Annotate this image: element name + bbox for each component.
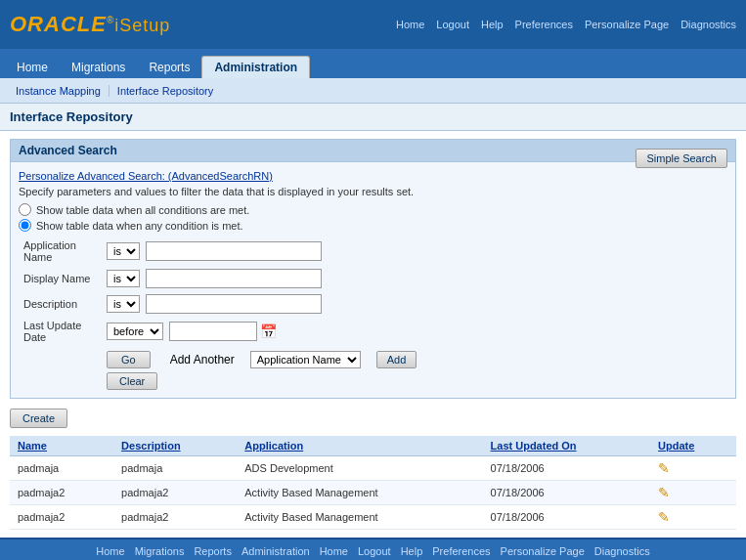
footer-personalize-link[interactable]: Personalize Page: [501, 545, 585, 557]
table-body: padmaja padmaja ADS Development 07/18/20…: [10, 456, 736, 530]
header-nav: Home Logout Help Preferences Personalize…: [396, 19, 736, 30]
registered-mark: ®: [107, 15, 114, 25]
subnav-interface-repository[interactable]: Interface Repository: [110, 85, 221, 97]
edit-icon[interactable]: ✎: [658, 460, 670, 476]
search-box-body: Simple Search Personalize Advanced Searc…: [11, 162, 735, 398]
description-operator[interactable]: is: [107, 295, 140, 313]
header-logout-link[interactable]: Logout: [436, 19, 469, 30]
logo: ORACLE®iSetup: [10, 12, 170, 37]
create-button[interactable]: Create: [10, 409, 67, 428]
last-update-date-operator[interactable]: before: [107, 323, 163, 340]
col-application[interactable]: Application: [237, 436, 482, 456]
display-name-label: Display Name: [19, 273, 107, 284]
cell-description: padmaja: [113, 456, 237, 481]
cell-name: padmaja2: [10, 505, 113, 530]
footer-help-link[interactable]: Help: [401, 545, 423, 557]
cell-application: Activity Based Management: [237, 505, 482, 530]
page-title: Interface Repository: [10, 109, 133, 124]
cell-name: padmaja2: [10, 481, 113, 505]
tab-migrations[interactable]: Migrations: [60, 57, 137, 78]
page-title-bar: Interface Repository: [0, 104, 746, 131]
description-label: Description: [19, 298, 107, 310]
header-home-link[interactable]: Home: [396, 19, 424, 30]
table-row: padmaja2 padmaja2 Activity Based Managem…: [10, 505, 736, 530]
header-personalize-link[interactable]: Personalize Page: [585, 19, 669, 30]
field-row-description: Description is: [19, 294, 727, 314]
edit-icon[interactable]: ✎: [658, 485, 670, 500]
table-row: padmaja padmaja ADS Development 07/18/20…: [10, 456, 736, 481]
header-preferences-link[interactable]: Preferences: [515, 19, 573, 30]
subnav-instance-mapping[interactable]: Instance Mapping: [8, 85, 110, 97]
table-row: padmaja2 padmaja2 Activity Based Managem…: [10, 481, 736, 505]
field-row-display-name: Display Name is: [19, 269, 727, 288]
col-last-updated[interactable]: Last Updated On: [483, 436, 651, 456]
tab-administration[interactable]: Administration: [201, 56, 310, 78]
cell-last-updated: 07/18/2006: [483, 505, 651, 530]
isetup-text: iSetup: [114, 16, 170, 35]
simple-search-button[interactable]: Simple Search: [636, 149, 727, 168]
footer-diagnostics-link[interactable]: Diagnostics: [594, 545, 650, 557]
col-description[interactable]: Description: [113, 436, 237, 456]
radio-any-input[interactable]: [19, 219, 31, 232]
header: ORACLE®iSetup Home Logout Help Preferenc…: [0, 0, 746, 49]
table-header: Name Description Application Last Update…: [10, 436, 736, 456]
content: Advanced Search Simple Search Personaliz…: [0, 131, 746, 538]
clear-row: Clear: [107, 372, 727, 390]
header-diagnostics-link[interactable]: Diagnostics: [680, 19, 736, 30]
cell-application: ADS Development: [237, 456, 482, 481]
footer-home-link[interactable]: Home: [96, 545, 124, 557]
radio-group: Show table data when all conditions are …: [19, 203, 727, 232]
table-header-row: Name Description Application Last Update…: [10, 436, 736, 456]
go-add-row: Go Add Another Application Name Display …: [107, 351, 727, 368]
sub-nav: Instance Mapping Interface Repository: [0, 78, 746, 104]
edit-icon[interactable]: ✎: [658, 509, 670, 525]
application-name-operator[interactable]: is: [107, 242, 140, 260]
add-another-select[interactable]: Application Name Display Name Descriptio…: [250, 351, 361, 368]
clear-button[interactable]: Clear: [107, 372, 157, 390]
radio-all-label: Show table data when all conditions are …: [36, 204, 249, 216]
go-button[interactable]: Go: [107, 351, 151, 368]
tab-home[interactable]: Home: [5, 57, 60, 78]
footer: Home Migrations Reports Administration H…: [0, 538, 746, 560]
cell-last-updated: 07/18/2006: [483, 481, 651, 505]
main-tabs: Home Migrations Reports Administration: [0, 49, 746, 78]
last-update-date-input[interactable]: [169, 322, 257, 341]
cell-last-updated: 07/18/2006: [483, 456, 651, 481]
application-name-input[interactable]: [146, 241, 322, 261]
create-row: Create: [10, 409, 736, 428]
application-name-label: Application Name: [19, 239, 107, 263]
footer-nav: Home Migrations Reports Administration H…: [0, 543, 746, 559]
cell-name: padmaja: [10, 456, 113, 481]
footer-migrations-link[interactable]: Migrations: [135, 545, 185, 557]
search-description: Specify parameters and values to filter …: [19, 186, 727, 197]
description-input[interactable]: [146, 294, 322, 314]
last-update-date-label: Last Update Date: [19, 320, 107, 343]
display-name-input[interactable]: [146, 269, 322, 288]
cell-update: ✎: [650, 505, 736, 530]
tab-reports[interactable]: Reports: [137, 57, 201, 78]
search-actions: Go Add Another Application Name Display …: [19, 351, 727, 390]
footer-administration-link[interactable]: Administration: [241, 545, 310, 557]
oracle-text: ORACLE: [10, 12, 107, 36]
radio-any-condition: Show table data when any condition is me…: [19, 219, 727, 232]
field-row-last-update-date: Last Update Date before 📅: [19, 320, 727, 343]
add-another-label: Add Another: [170, 353, 235, 366]
footer-reports-link[interactable]: Reports: [194, 545, 232, 557]
calendar-icon[interactable]: 📅: [260, 323, 277, 339]
search-box: Advanced Search Simple Search Personaliz…: [10, 139, 736, 399]
personalize-link[interactable]: Personalize Advanced Search: (AdvancedSe…: [19, 170, 727, 182]
results-table: Name Description Application Last Update…: [10, 436, 736, 530]
footer-preferences-link[interactable]: Preferences: [432, 545, 490, 557]
search-form: Application Name is Display Name is Desc…: [19, 239, 727, 343]
header-help-link[interactable]: Help: [481, 19, 504, 30]
cell-application: Activity Based Management: [237, 481, 482, 505]
radio-all-conditions: Show table data when all conditions are …: [19, 203, 727, 216]
footer-home2-link[interactable]: Home: [320, 545, 348, 557]
footer-logout-link[interactable]: Logout: [358, 545, 391, 557]
field-row-application-name: Application Name is: [19, 239, 727, 263]
col-name[interactable]: Name: [10, 436, 113, 456]
add-button[interactable]: Add: [376, 351, 417, 368]
radio-all-input[interactable]: [19, 203, 31, 216]
display-name-operator[interactable]: is: [107, 270, 140, 287]
cell-update: ✎: [650, 456, 736, 481]
